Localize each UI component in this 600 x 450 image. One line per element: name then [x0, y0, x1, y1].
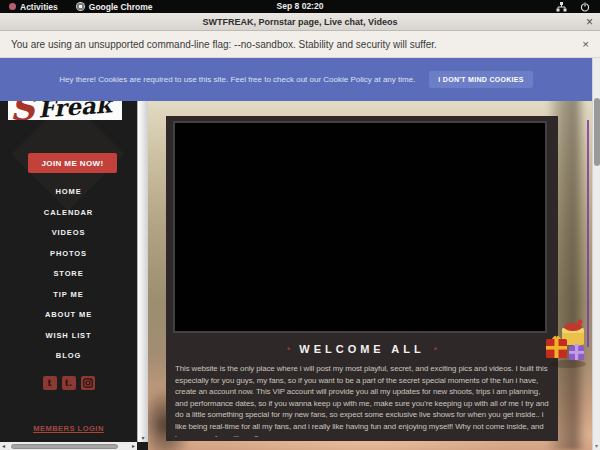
sidebar-frame: S Freak JOIN ME NOW! HOME CALENDAR VIDEO…	[0, 58, 148, 450]
cookie-accept-button[interactable]: I DON'T MIND COOKIES	[429, 71, 532, 88]
sidebar-item-tip-me[interactable]: TIP ME	[0, 285, 137, 306]
page-vertical-scrollbar[interactable]: ▾	[592, 58, 600, 450]
scrollbar-thumb[interactable]	[594, 98, 600, 166]
gifts-graphic	[544, 318, 590, 370]
clock[interactable]: Sep 8 02:20	[277, 0, 324, 13]
infobar-message: You are using an unsupported command-lin…	[11, 39, 437, 50]
sidebar-item-blog[interactable]: BLOG	[0, 346, 137, 367]
instagram-icon[interactable]	[81, 376, 95, 390]
window-title: SWTFREAK, Pornstar page, Live chat, Vide…	[203, 17, 398, 27]
welcome-paragraph: This website is the only place where i w…	[175, 363, 549, 437]
side-ribbon-decoration	[587, 120, 589, 347]
network-icon[interactable]	[556, 2, 567, 12]
activities-button[interactable]: Activities	[0, 0, 67, 13]
window-close-icon[interactable]: ×	[586, 15, 593, 29]
scroll-down-icon[interactable]: ▾	[593, 442, 600, 450]
cookie-message: Hey there! Cookies are required to use t…	[59, 75, 415, 84]
content-panel: • WELCOME ALL • This website is the only…	[166, 116, 558, 441]
window-titlebar: SWTFREAK, Pornstar page, Live chat, Vide…	[0, 13, 600, 31]
video-player[interactable]	[173, 121, 547, 333]
active-app-label: Google Chrome	[89, 2, 153, 12]
sidebar-item-photos[interactable]: PHOTOS	[0, 244, 137, 265]
heading-dot-right: •	[434, 344, 437, 354]
sidebar-item-store[interactable]: STORE	[0, 264, 137, 285]
welcome-heading-row: • WELCOME ALL •	[166, 343, 558, 355]
social-links: t t.	[0, 376, 137, 390]
sidebar-item-home[interactable]: HOME	[0, 182, 137, 203]
recording-indicator-icon	[9, 3, 16, 10]
scroll-down-icon[interactable]: ▾	[138, 435, 148, 442]
twitter-icon[interactable]: t	[43, 376, 57, 390]
sidebar-vertical-scrollbar[interactable]: ▾	[137, 58, 148, 442]
join-me-now-button[interactable]: JOIN ME NOW!	[28, 153, 117, 173]
gnome-top-bar: Activities Google Chrome Sep 8 02:20	[0, 0, 600, 13]
sidebar-item-calendar[interactable]: CALENDAR	[0, 203, 137, 224]
sidebar-item-about-me[interactable]: ABOUT ME	[0, 305, 137, 326]
sidebar-item-wish-list[interactable]: WISH LIST	[0, 326, 137, 347]
members-login-link[interactable]: MEMBERS LOGIN	[0, 424, 137, 433]
welcome-heading: WELCOME ALL	[299, 343, 424, 355]
cookie-banner: Hey there! Cookies are required to use t…	[0, 58, 592, 101]
tumblr-icon[interactable]: t.	[62, 376, 76, 390]
sidebar-nav: HOME CALENDAR VIDEOS PHOTOS STORE TIP ME…	[0, 182, 137, 367]
active-app-menu[interactable]: Google Chrome	[67, 0, 162, 13]
scroll-left-icon[interactable]: ◂	[2, 442, 5, 450]
system-tray	[556, 2, 600, 12]
main-frame: • WELCOME ALL • This website is the only…	[148, 58, 592, 450]
infobar-close-icon[interactable]: ×	[582, 38, 589, 50]
desktop: Activities Google Chrome Sep 8 02:20	[0, 0, 600, 450]
activities-label: Activities	[20, 2, 58, 12]
scrollbar-thumb[interactable]	[11, 444, 118, 449]
heading-dot-left: •	[287, 344, 290, 354]
chrome-icon	[76, 2, 85, 11]
sidebar-item-videos[interactable]: VIDEOS	[0, 223, 137, 244]
power-icon[interactable]	[580, 2, 590, 12]
sidebar-horizontal-scrollbar[interactable]: ◂ ▸	[0, 442, 137, 450]
scroll-right-icon[interactable]: ▸	[132, 442, 135, 450]
chrome-infobar: You are using an unsupported command-lin…	[0, 31, 600, 58]
